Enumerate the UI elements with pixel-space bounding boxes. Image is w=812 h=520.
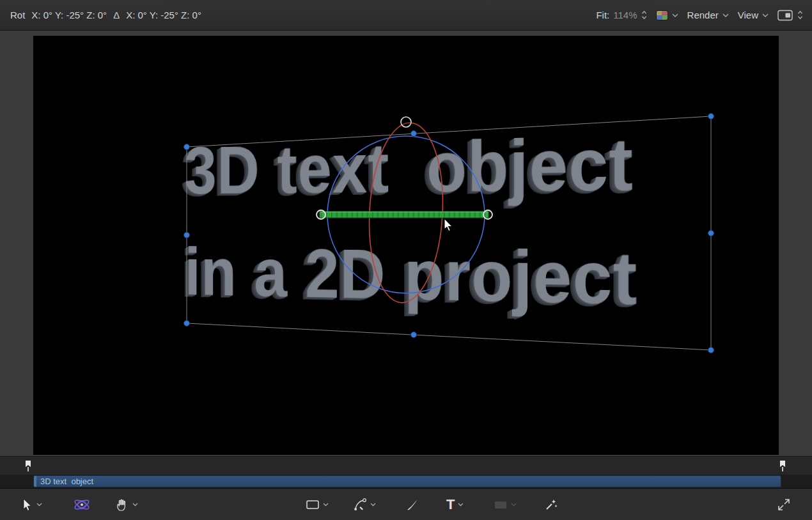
delta-values: X: 0° Y: -25° Z: 0° <box>126 10 201 20</box>
mouse-cursor <box>444 218 452 231</box>
stepper-icon <box>797 10 803 20</box>
color-channels-icon <box>656 10 668 20</box>
clip-label: 3D text object <box>40 477 93 486</box>
render-label: Render <box>687 10 719 20</box>
channels-display-button[interactable] <box>656 10 678 20</box>
select-transform-tool[interactable] <box>20 489 42 520</box>
rot-label: Rot <box>10 10 25 20</box>
handle-top-center[interactable] <box>411 131 417 137</box>
handle-middle-left[interactable] <box>184 233 190 238</box>
viewport-layout-control[interactable] <box>777 10 803 21</box>
text-tool-icon: T <box>446 498 455 512</box>
handle-top-right[interactable] <box>708 114 714 119</box>
mask-shape-icon <box>494 499 508 510</box>
magic-wand-icon <box>543 498 559 512</box>
chevron-down-icon <box>762 13 769 17</box>
canvas-status-bar: Rot X: 0° Y: -25° Z: 0° Δ X: 0° Y: -25° … <box>0 0 812 31</box>
chevron-down-icon <box>511 503 517 507</box>
3d-transform-orbit-icon <box>73 496 91 513</box>
hand-icon <box>115 498 129 512</box>
chevron-down-icon <box>370 503 376 507</box>
adjust-item-tool[interactable] <box>543 489 559 520</box>
expand-view-button[interactable] <box>776 489 792 520</box>
axis-handle-left[interactable] <box>316 210 325 219</box>
rectangle-shape-tool[interactable] <box>306 489 329 520</box>
handle-bottom-left[interactable] <box>184 321 190 326</box>
rotation-axis-bar[interactable] <box>320 211 488 218</box>
rectangle-icon <box>306 499 320 510</box>
handle-top-left[interactable] <box>184 144 190 150</box>
play-range-out-marker[interactable] <box>779 460 786 472</box>
timeline-track: 3D text object <box>0 475 812 488</box>
chevron-down-icon <box>458 503 464 507</box>
play-range-in-marker[interactable] <box>24 460 32 472</box>
pan-tool[interactable] <box>115 489 138 520</box>
rotation-readout: Rot X: 0° Y: -25° Z: 0° Δ X: 0° Y: -25° … <box>0 10 201 20</box>
view-menu[interactable]: View <box>738 10 769 20</box>
rotation-handle-top[interactable] <box>401 117 411 127</box>
transform-3d-tool[interactable] <box>73 489 91 520</box>
expand-diagonal-icon <box>776 497 792 512</box>
chevron-down-icon <box>132 503 138 507</box>
fit-label: Fit: <box>596 10 609 20</box>
chevron-down-icon <box>672 13 678 17</box>
handle-bottom-center[interactable] <box>411 332 417 338</box>
selection-bounding-box <box>187 116 711 350</box>
canvas-toolbar: T <box>0 488 812 520</box>
stepper-icon[interactable] <box>641 10 647 20</box>
handle-bottom-right[interactable] <box>708 348 714 353</box>
bezier-pen-icon <box>353 498 367 512</box>
paint-stroke-icon <box>405 498 419 512</box>
view-label: View <box>738 10 758 20</box>
motion-app-window: Rot X: 0° Y: -25° Z: 0° Δ X: 0° Y: -25° … <box>0 0 812 520</box>
axis-handle-right[interactable] <box>483 210 492 219</box>
handle-middle-right[interactable] <box>708 231 714 236</box>
mask-tool-disabled <box>494 489 517 520</box>
paint-stroke-tool[interactable] <box>405 489 419 520</box>
select-arrow-icon <box>20 498 33 512</box>
canvas[interactable]: 3D text object in a 2D project <box>33 36 779 455</box>
chevron-down-icon <box>323 503 329 507</box>
chevron-down-icon <box>722 13 729 17</box>
zoom-level-control[interactable]: Fit: 114% <box>596 10 646 20</box>
timing-strip[interactable] <box>0 456 812 475</box>
render-menu[interactable]: Render <box>687 10 729 20</box>
text-tool[interactable]: T <box>446 489 464 520</box>
rot-values: X: 0° Y: -25° Z: 0° <box>31 10 107 20</box>
zoom-value[interactable]: 114% <box>613 10 637 20</box>
delta-icon: Δ <box>113 10 120 20</box>
selection-overlay <box>33 36 779 455</box>
clip-left-edge-handle[interactable] <box>34 476 36 487</box>
chevron-down-icon <box>36 503 42 507</box>
canvas-area: 3D text object in a 2D project <box>0 31 812 456</box>
viewport-layout-icon <box>777 10 793 21</box>
timeline-clip-3d-text-object[interactable]: 3D text object <box>33 475 781 487</box>
bezier-tool[interactable] <box>353 489 376 520</box>
